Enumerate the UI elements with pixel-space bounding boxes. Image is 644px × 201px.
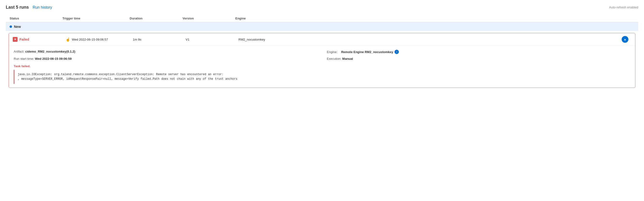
group-row-new: New (6, 22, 638, 31)
execution-label: Execution: (327, 57, 342, 60)
auto-refresh-status: Auto-refresh enabled (609, 6, 638, 9)
version-cell: V1 (186, 38, 238, 41)
error-code-block: java.io.IOException: org.talend.remote.c… (14, 70, 630, 84)
run-card: ✕ Failed ☝ Wed 2022-06-15 09:06:57 1m 9s… (9, 33, 635, 88)
col-version: Version (182, 16, 235, 20)
col-duration: Duration (130, 16, 182, 20)
detail-panel: Artifact: cidemo_RM2_nocustomkey(0.1.2) … (9, 46, 635, 88)
group-label: New (14, 25, 21, 28)
error-title: Task failed. (14, 64, 630, 68)
artifact-label: Artifact: (14, 50, 24, 53)
execution-item: Execution: Manual (327, 57, 630, 60)
run-history-link[interactable]: Run history (33, 5, 52, 10)
engine-label: Engine: (327, 50, 337, 54)
artifact-value: cidemo_RM2_nocustomkey(0.1.2) (25, 50, 76, 53)
execution-value: Manual (342, 57, 353, 60)
engine-info-icon[interactable]: i (394, 50, 399, 54)
trigger-time: Wed 2022-06-15 09:06:57 (72, 38, 108, 41)
engine-item: Engine: Remote Engine RM2_nocustomkey i (327, 50, 630, 54)
page-title: Last 5 runs (6, 5, 29, 10)
trigger-icon: ☝ (66, 37, 70, 42)
group-dot (10, 26, 12, 28)
header-row: Last 5 runs Run history Auto-refresh ena… (6, 5, 638, 10)
run-row: ✕ Failed ☝ Wed 2022-06-15 09:06:57 1m 9s… (9, 33, 635, 46)
error-line-1: java.io.IOException: org.talend.remote.c… (18, 72, 627, 77)
run-start-item: Run start time: Wed 2022-06-15 09:06:59 (14, 57, 317, 60)
page-container: Last 5 runs Run history Auto-refresh ena… (0, 0, 644, 94)
col-status: Status (10, 16, 62, 20)
header-left: Last 5 runs Run history (6, 5, 52, 10)
error-line-2: , messageType=SERVER_ERROR, idRequestRes… (18, 77, 627, 82)
expand-button[interactable]: ▲ (622, 36, 628, 43)
run-start-label: Run start time: (14, 57, 34, 60)
failed-icon: ✕ (13, 37, 18, 42)
table-header: Status Trigger time Duration Version Eng… (6, 15, 638, 22)
artifact-item: Artifact: cidemo_RM2_nocustomkey(0.1.2) (14, 50, 317, 54)
error-section: Task failed. java.io.IOException: org.ta… (14, 64, 630, 84)
trigger-cell: ☝ Wed 2022-06-15 09:06:57 (66, 37, 133, 42)
detail-grid: Artifact: cidemo_RM2_nocustomkey(0.1.2) … (14, 50, 630, 60)
chevron-up-icon: ▲ (624, 38, 626, 41)
run-start-value: Wed 2022-06-15 09:06:59 (35, 57, 72, 60)
engine-value: Remote Engine RM2_nocustomkey (341, 50, 393, 54)
col-trigger: Trigger time (62, 16, 130, 20)
engine-cell: RM2_nocustomkey (238, 38, 622, 41)
status-cell: ✕ Failed (13, 37, 66, 42)
duration-cell: 1m 9s (133, 38, 186, 41)
status-label: Failed (20, 38, 29, 41)
col-engine: Engine (235, 16, 634, 20)
